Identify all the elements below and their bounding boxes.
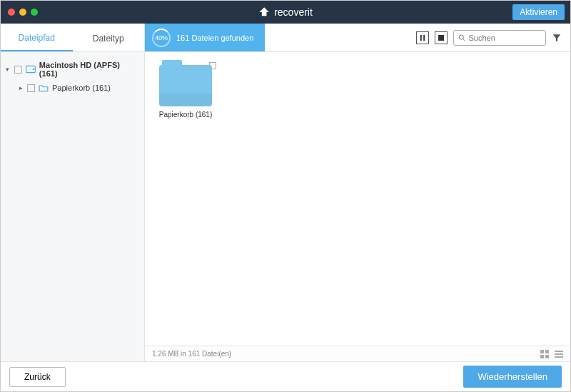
folder-icon: [39, 84, 49, 92]
tree-child-row[interactable]: ▸ Papierkorb (161): [1, 81, 144, 95]
search-icon: [458, 34, 466, 42]
main-area: ▾ Macintosh HD (APFS) (161) ▸ Papierkorb…: [1, 52, 570, 361]
svg-rect-12: [555, 353, 563, 355]
chevron-right-icon[interactable]: ▸: [18, 84, 24, 91]
maximize-window-button[interactable]: [31, 9, 38, 16]
sidebar: ▾ Macintosh HD (APFS) (161) ▸ Papierkorb…: [1, 52, 145, 361]
close-window-button[interactable]: [8, 9, 15, 16]
app-logo-icon: [258, 6, 270, 18]
footer: Zurück Wiederherstellen: [1, 361, 570, 391]
grid-view-icon[interactable]: [540, 350, 549, 358]
svg-rect-10: [545, 355, 549, 358]
minimize-window-button[interactable]: [19, 9, 26, 16]
chevron-down-icon[interactable]: ▾: [5, 66, 11, 73]
search-box[interactable]: [453, 30, 546, 46]
svg-rect-0: [420, 35, 422, 41]
pause-icon: [420, 35, 425, 41]
recover-button[interactable]: Wiederherstellen: [463, 366, 562, 388]
stop-icon: [438, 35, 444, 41]
svg-rect-1: [423, 35, 425, 41]
window-controls: [1, 9, 38, 16]
tab-filepath[interactable]: Dateipfad: [1, 24, 73, 51]
toolbar: Dateipfad Dateityp 40% 161 Dateien gefun…: [1, 24, 570, 52]
status-bar: 1.26 MB in 161 Datei(en): [145, 346, 570, 361]
svg-rect-8: [545, 350, 549, 353]
tree-root-label: Macintosh HD (APFS) (161): [39, 61, 140, 78]
progress-percent: 40%: [155, 34, 168, 41]
svg-rect-2: [438, 35, 444, 41]
view-mode-switch[interactable]: [540, 350, 563, 358]
search-input[interactable]: [469, 34, 542, 42]
drive-icon: [26, 65, 36, 74]
app-title: recoverit: [258, 6, 313, 18]
grid-item-label: Papierkorb (161): [159, 111, 212, 119]
svg-rect-11: [555, 351, 563, 352]
svg-rect-13: [555, 356, 563, 358]
tab-filetype[interactable]: Dateityp: [73, 24, 145, 51]
status-text: 1.26 MB in 161 Datei(en): [152, 350, 231, 358]
scan-status-text: 161 Dateien gefunden: [176, 34, 253, 42]
stop-button[interactable]: [435, 31, 448, 44]
folder-large-icon: [159, 65, 212, 106]
back-button[interactable]: Zurück: [9, 367, 66, 387]
svg-rect-7: [540, 350, 544, 353]
svg-point-6: [33, 69, 34, 70]
scan-progress-banner: 40% 161 Dateien gefunden: [145, 24, 265, 51]
titlebar: recoverit Aktivieren: [1, 1, 570, 24]
sidebar-tabs: Dateipfad Dateityp: [1, 24, 145, 51]
file-grid: Papierkorb (161): [153, 61, 562, 119]
progress-circle-icon: 40%: [152, 29, 171, 47]
tree-child-label: Papierkorb (161): [52, 84, 111, 92]
tree-root-checkbox[interactable]: [14, 66, 22, 74]
content-panel: Papierkorb (161) 1.26 MB in 161 Datei(en…: [145, 52, 570, 361]
svg-line-4: [463, 39, 465, 41]
list-view-icon[interactable]: [555, 350, 563, 358]
filter-icon[interactable]: [552, 33, 562, 43]
svg-point-3: [459, 35, 463, 39]
svg-rect-9: [540, 355, 544, 358]
app-name-text: recoverit: [274, 6, 313, 18]
activate-button[interactable]: Aktivieren: [512, 4, 565, 20]
pause-button[interactable]: [416, 31, 429, 44]
tree-child-checkbox[interactable]: [27, 84, 35, 92]
grid-item[interactable]: Papierkorb (161): [153, 61, 218, 119]
tree-root-row[interactable]: ▾ Macintosh HD (APFS) (161): [1, 58, 144, 81]
